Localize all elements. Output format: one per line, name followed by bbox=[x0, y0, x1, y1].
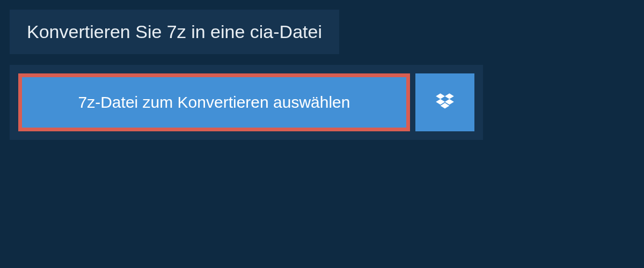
page-title: Konvertieren Sie 7z in eine cia-Datei bbox=[27, 21, 322, 42]
dropbox-button[interactable] bbox=[415, 73, 474, 131]
select-file-button[interactable]: 7z-Datei zum Konvertieren auswählen bbox=[18, 73, 410, 131]
select-file-label: 7z-Datei zum Konvertieren auswählen bbox=[78, 93, 350, 111]
page-header: Konvertieren Sie 7z in eine cia-Datei bbox=[10, 10, 339, 54]
dropbox-icon bbox=[434, 91, 456, 114]
converter-panel: 7z-Datei zum Konvertieren auswählen bbox=[10, 65, 483, 140]
